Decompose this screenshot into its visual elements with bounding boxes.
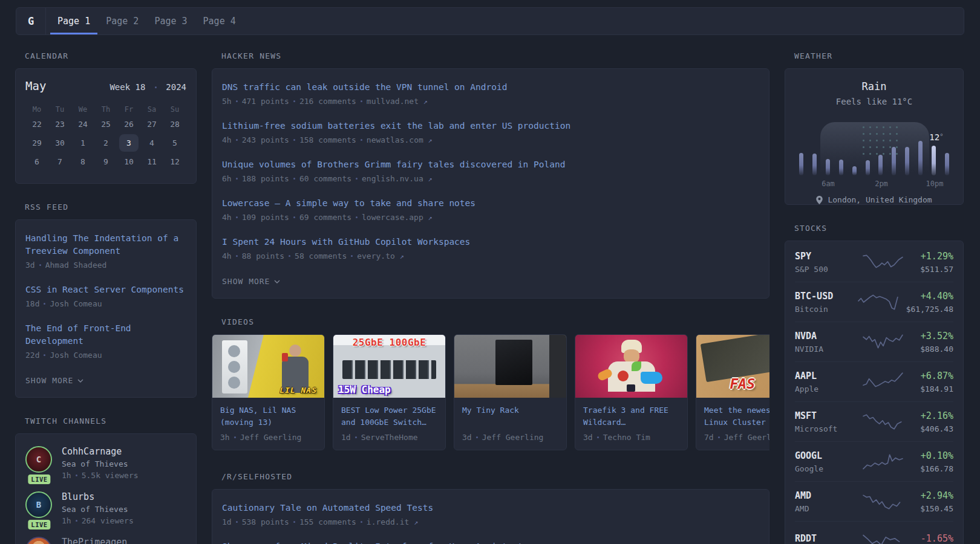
stocks-section: STOCKS SPYS&P 500 +1.29%$511.57 BTC-USDB… (785, 224, 964, 544)
domain-link[interactable]: newatlas.com ↗ (367, 135, 433, 144)
hn-item-title[interactable]: I Spent 24 Hours with GitHub Copilot Wor… (222, 236, 759, 248)
video-title[interactable]: Big NAS, Lil NAS (moving 13) (220, 404, 316, 433)
video-card[interactable]: 25GbE 100GbE 15W Cheap BEST Low Power 25… (333, 334, 446, 450)
author: Ahmad Shadeed (45, 261, 107, 270)
calendar-weekday: Sa (140, 104, 163, 115)
comments-link[interactable]: 58 comments (295, 251, 347, 261)
video-card[interactable]: My Tiny Rack 3dJeff Geerling (454, 334, 567, 450)
separator-dot (236, 521, 238, 523)
stock-row[interactable]: GOOGLGoogle +0.10%$166.78 (795, 441, 953, 481)
video-title[interactable]: BEST Low Power 25GbE and 100GbE Switch… (341, 404, 437, 433)
rss-show-more-button[interactable]: SHOW MORE (25, 374, 186, 392)
calendar-day: 22 (25, 115, 48, 134)
separator-dot (236, 178, 238, 180)
video-title[interactable]: My Tiny Rack (462, 404, 558, 433)
top-nav: G Page 1 Page 2 Page 3 Page 4 (16, 7, 964, 35)
external-link-icon: ↗ (428, 136, 433, 144)
stock-row[interactable]: BTC-USDBitcoin +4.40%$61,725.48 (795, 282, 953, 322)
domain: every.to (357, 251, 395, 261)
weather-bar (892, 147, 896, 175)
comments-link[interactable]: 216 comments (299, 97, 356, 106)
rss-item-title[interactable]: Handling The Indentation of a Treeview C… (25, 232, 186, 257)
rss-item-meta: 3dAhmad Shadeed (25, 261, 186, 270)
stock-name: S&P 500 (795, 265, 853, 274)
age: 5h (222, 97, 232, 106)
twitch-channel-name[interactable]: Blurbs (62, 491, 134, 502)
week-number: 18 (136, 82, 146, 92)
stock-change: +1.29% (920, 251, 953, 262)
video-thumbnail[interactable]: FAS (696, 335, 769, 398)
video-title[interactable]: Meet the newest Linux Cluster (704, 404, 769, 433)
stock-row[interactable]: AAPLApple +6.87%$184.91 (795, 361, 953, 401)
video-title[interactable]: Traefik 3 and FREE Wildcard… (583, 404, 679, 433)
weather-location[interactable]: London, United Kingdom (795, 195, 953, 204)
hacker-news-label: HACKER NEWS (221, 51, 769, 60)
video-card[interactable]: Traefik 3 and FREE Wildcard… 3dTechno Ti… (575, 334, 688, 450)
separator-dot (351, 255, 353, 257)
calendar-widget: May Week 18 2024 MoTuWeThFrSaSu 22232425… (15, 68, 197, 184)
rss-item-title[interactable]: CSS in React Server Components (25, 283, 186, 296)
twitch-channel-name[interactable]: CohhCarnage (62, 446, 139, 457)
twitch-game: Sea of Thieves (62, 459, 139, 468)
hn-item-title[interactable]: DNS traffic can leak outside the VPN tun… (222, 81, 759, 94)
stock-name: NVIDIA (795, 345, 853, 354)
stock-row[interactable]: SPYS&P 500 +1.29%$511.57 (795, 242, 953, 282)
tab-page-2[interactable]: Page 2 (99, 8, 146, 34)
video-thumbnail[interactable]: 25GbE 100GbE 15W Cheap (333, 335, 445, 398)
twitch-channel[interactable]: ThePrimeagen (25, 537, 186, 544)
reddit-item-title[interactable]: Showcase of my Mixed Reality Interface f… (222, 540, 759, 544)
hn-show-more-button[interactable]: SHOW MORE (222, 274, 759, 293)
age: 4h (222, 251, 232, 261)
videos-section: VIDEOS LIL NAS Big NAS, Lil NAS (moving … (212, 317, 769, 450)
domain-link[interactable]: lowercase.app ↗ (362, 213, 433, 222)
separator-dot (356, 178, 358, 180)
twitch-meta: 1h264 viewers (62, 516, 134, 525)
week-label: Week (109, 82, 130, 92)
video-meta: 3hJeff Geerling (220, 433, 316, 442)
tab-page-4[interactable]: Page 4 (196, 8, 243, 34)
comments-link[interactable]: 155 comments (299, 517, 356, 526)
domain-link[interactable]: every.to ↗ (357, 251, 404, 261)
domain-link[interactable]: i.redd.it ↗ (367, 517, 419, 526)
twitch-channel[interactable]: B LIVE Blurbs Sea of Thieves 1h264 viewe… (25, 491, 186, 525)
calendar-month: May (25, 79, 46, 92)
points: 88 points (242, 251, 284, 261)
avatar-wrap (25, 537, 53, 544)
age: 3h (220, 433, 230, 442)
video-card[interactable]: LIL NAS Big NAS, Lil NAS (moving 13) 3hJ… (212, 334, 325, 450)
stock-change: +6.87% (920, 371, 953, 381)
video-thumbnail[interactable] (454, 335, 566, 398)
tab-page-3[interactable]: Page 3 (147, 8, 194, 34)
video-card[interactable]: FAS Meet the newest Linux Cluster 7dJeff… (696, 334, 769, 450)
leaf-graphic (632, 361, 641, 371)
domain-link[interactable]: english.nv.ua ↗ (362, 174, 433, 183)
weather-bar (932, 146, 936, 175)
rss-label: RSS FEED (25, 202, 197, 212)
tab-page-1[interactable]: Page 1 (50, 8, 97, 34)
comments-link[interactable]: 69 comments (299, 213, 351, 222)
separator-dot (361, 521, 362, 523)
selfhosted-widget: Cautionary Tale on Automated Speed Tests… (212, 489, 769, 544)
stock-row[interactable]: MSFTMicrosoft +2.16%$406.43 (795, 401, 953, 441)
domain-link[interactable]: mullvad.net ↗ (367, 97, 428, 106)
video-thumbnail[interactable] (575, 335, 687, 398)
app-logo[interactable]: G (16, 8, 46, 34)
reddit-item-title[interactable]: Cautionary Tale on Automated Speed Tests (222, 502, 759, 514)
comments-link[interactable]: 158 comments (299, 135, 356, 144)
stock-row[interactable]: RDDT -1.65% (795, 521, 953, 544)
hn-item-title[interactable]: Lithium-free sodium batteries exit the l… (222, 120, 759, 132)
hn-item-title[interactable]: Lowercase – A simple way to take and sha… (222, 197, 759, 210)
twitch-channel-name[interactable]: ThePrimeagen (62, 537, 127, 544)
stock-row[interactable]: AMDAMD +2.94%$150.45 (795, 481, 953, 521)
rss-item-title[interactable]: The End of Front-End Development (25, 322, 186, 348)
video-thumbnail[interactable]: LIL NAS (212, 335, 324, 398)
stock-row[interactable]: NVDANVIDIA +3.52%$888.40 (795, 322, 953, 361)
rss-item: Handling The Indentation of a Treeview C… (25, 232, 186, 270)
comments-link[interactable]: 60 comments (299, 174, 351, 183)
hn-item-title[interactable]: Unique volumes of Brothers Grimm fairy t… (222, 158, 759, 171)
hn-item: DNS traffic can leak outside the VPN tun… (222, 81, 759, 106)
weather-chart: 12° 6am2pm10pm (795, 119, 953, 175)
twitch-channel[interactable]: C LIVE CohhCarnage Sea of Thieves 1h5.5k… (25, 446, 186, 480)
age: 18d (25, 299, 39, 308)
hn-item-meta: 5h471 points216 commentsmullvad.net ↗ (222, 97, 759, 106)
